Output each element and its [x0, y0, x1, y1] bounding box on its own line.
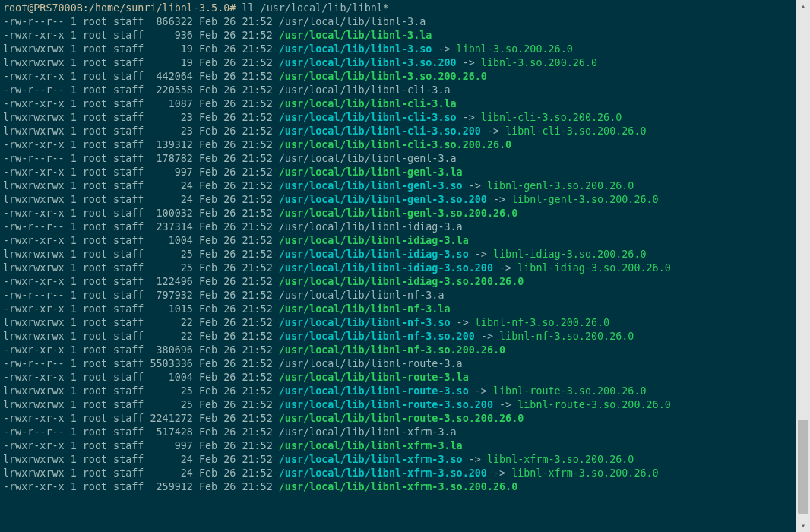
- symlink-target: libnl-cli-3.so.200.26.0: [505, 125, 646, 137]
- file-meta: lrwxrwxrwx 1 root staff 22 Feb 26 21:52: [3, 317, 279, 328]
- scroll-down-arrow-icon[interactable]: ▾: [796, 520, 810, 532]
- file-path: /usr/local/lib/libnl-genl-3.a: [279, 153, 457, 164]
- file-path: /usr/local/lib/libnl-3.so: [279, 43, 432, 55]
- ls-line: -rw-r--r-- 1 root staff 517428 Feb 26 21…: [3, 426, 793, 439]
- file-path: /usr/local/lib/libnl-xfrm-3.so.200.26.0: [279, 481, 517, 492]
- shell-prompt: root@PRS7000B:/home/sunri/libnl-3.5.0#: [3, 2, 236, 14]
- ls-line: -rw-r--r-- 1 root staff 220558 Feb 26 21…: [3, 84, 793, 97]
- ls-line: -rwxr-xr-x 1 root staff 442064 Feb 26 21…: [3, 70, 793, 84]
- file-meta: -rwxr-xr-x 1 root staff 259912 Feb 26 21…: [3, 481, 279, 492]
- ls-line: lrwxrwxrwx 1 root staff 23 Feb 26 21:52 …: [3, 111, 793, 125]
- ls-line: lrwxrwxrwx 1 root staff 25 Feb 26 21:52 …: [3, 248, 793, 261]
- ls-line: -rwxr-xr-x 1 root staff 1004 Feb 26 21:5…: [3, 371, 793, 385]
- symlink-arrow-icon: ->: [481, 125, 505, 137]
- file-meta: -rwxr-xr-x 1 root staff 1004 Feb 26 21:5…: [3, 372, 279, 383]
- file-meta: lrwxrwxrwx 1 root staff 23 Feb 26 21:52: [3, 125, 279, 137]
- file-path: /usr/local/lib/libnl-idiag-3.la: [279, 235, 469, 246]
- file-path: /usr/local/lib/libnl-xfrm-3.so.200: [279, 467, 487, 479]
- ls-line: lrwxrwxrwx 1 root staff 24 Feb 26 21:52 …: [3, 193, 793, 207]
- shell-command: ll /usr/local/lib/libnl*: [242, 2, 388, 14]
- file-path: /usr/local/lib/libnl-route-3.la: [279, 372, 469, 383]
- ls-line: -rwxr-xr-x 1 root staff 2241272 Feb 26 2…: [3, 412, 793, 426]
- scroll-up-arrow-icon[interactable]: ▴: [796, 0, 810, 12]
- file-meta: -rwxr-xr-x 1 root staff 100032 Feb 26 21…: [3, 207, 279, 219]
- file-path: /usr/local/lib/libnl-3.la: [279, 30, 432, 41]
- ls-line: lrwxrwxrwx 1 root staff 22 Feb 26 21:52 …: [3, 330, 793, 344]
- file-meta: -rwxr-xr-x 1 root staff 997 Feb 26 21:52: [3, 440, 279, 451]
- ls-line: -rwxr-xr-x 1 root staff 259912 Feb 26 21…: [3, 480, 793, 494]
- file-path: /usr/local/lib/libnl-genl-3.so: [279, 180, 463, 192]
- file-meta: -rw-r--r-- 1 root staff 237314 Feb 26 21…: [3, 221, 279, 233]
- file-meta: -rw-r--r-- 1 root staff 517428 Feb 26 21…: [3, 426, 279, 438]
- file-path: /usr/local/lib/libnl-3.a: [279, 16, 426, 27]
- symlink-arrow-icon: ->: [493, 262, 517, 274]
- file-path: /usr/local/lib/libnl-xfrm-3.la: [279, 440, 463, 451]
- ls-line: -rwxr-xr-x 1 root staff 1004 Feb 26 21:5…: [3, 234, 793, 248]
- file-meta: lrwxrwxrwx 1 root staff 24 Feb 26 21:52: [3, 467, 279, 479]
- scrollbar-track[interactable]: [796, 12, 810, 520]
- file-path: /usr/local/lib/libnl-route-3.so.200: [279, 399, 493, 410]
- ls-line: lrwxrwxrwx 1 root staff 24 Feb 26 21:52 …: [3, 467, 793, 480]
- file-meta: lrwxrwxrwx 1 root staff 24 Feb 26 21:52: [3, 194, 279, 205]
- file-path: /usr/local/lib/libnl-idiag-3.a: [279, 221, 463, 233]
- symlink-target: libnl-xfrm-3.so.200.26.0: [511, 467, 658, 479]
- ls-line: lrwxrwxrwx 1 root staff 22 Feb 26 21:52 …: [3, 316, 793, 330]
- scrollbar-thumb[interactable]: [798, 420, 808, 514]
- ls-line: lrwxrwxrwx 1 root staff 25 Feb 26 21:52 …: [3, 385, 793, 398]
- file-path: /usr/local/lib/libnl-cli-3.a: [279, 84, 451, 96]
- file-path: /usr/local/lib/libnl-route-3.so: [279, 385, 469, 397]
- file-meta: -rwxr-xr-x 1 root staff 936 Feb 26 21:52: [3, 30, 279, 41]
- terminal-output[interactable]: root@PRS7000B:/home/sunri/libnl-3.5.0# l…: [0, 0, 796, 532]
- ls-line: -rwxr-xr-x 1 root staff 997 Feb 26 21:52…: [3, 166, 793, 179]
- file-meta: lrwxrwxrwx 1 root staff 23 Feb 26 21:52: [3, 112, 279, 123]
- symlink-target: libnl-idiag-3.so.200.26.0: [517, 262, 671, 274]
- file-path: /usr/local/lib/libnl-idiag-3.so: [279, 249, 469, 260]
- file-meta: -rw-r--r-- 1 root staff 178782 Feb 26 21…: [3, 153, 279, 164]
- file-path: /usr/local/lib/libnl-route-3.a: [279, 358, 463, 369]
- symlink-arrow-icon: ->: [487, 467, 511, 479]
- symlink-target: libnl-route-3.so.200.26.0: [517, 399, 671, 410]
- vertical-scrollbar[interactable]: ▴ ▾: [796, 0, 810, 532]
- file-meta: lrwxrwxrwx 1 root staff 19 Feb 26 21:52: [3, 43, 279, 55]
- file-path: /usr/local/lib/libnl-genl-3.la: [279, 166, 463, 178]
- file-meta: -rwxr-xr-x 1 root staff 442064 Feb 26 21…: [3, 71, 279, 82]
- symlink-target: libnl-3.so.200.26.0: [457, 43, 573, 55]
- symlink-arrow-icon: ->: [475, 331, 499, 342]
- symlink-arrow-icon: ->: [469, 385, 493, 397]
- file-meta: -rwxr-xr-x 1 root staff 1004 Feb 26 21:5…: [3, 235, 279, 246]
- symlink-target: libnl-idiag-3.so.200.26.0: [493, 249, 647, 260]
- file-meta: -rwxr-xr-x 1 root staff 380696 Feb 26 21…: [3, 344, 279, 356]
- file-meta: lrwxrwxrwx 1 root staff 24 Feb 26 21:52: [3, 454, 279, 465]
- symlink-arrow-icon: ->: [451, 317, 475, 328]
- file-meta: lrwxrwxrwx 1 root staff 19 Feb 26 21:52: [3, 57, 279, 68]
- symlink-arrow-icon: ->: [487, 194, 511, 205]
- file-meta: -rw-r--r-- 1 root staff 797932 Feb 26 21…: [3, 290, 279, 301]
- symlink-target: libnl-genl-3.so.200.26.0: [511, 194, 658, 205]
- file-path: /usr/local/lib/libnl-nf-3.a: [279, 290, 445, 301]
- file-path: /usr/local/lib/libnl-3.so.200.26.0: [279, 71, 487, 82]
- file-meta: lrwxrwxrwx 1 root staff 25 Feb 26 21:52: [3, 262, 279, 274]
- symlink-arrow-icon: ->: [432, 43, 456, 55]
- file-meta: -rwxr-xr-x 1 root staff 997 Feb 26 21:52: [3, 166, 279, 178]
- ls-line: lrwxrwxrwx 1 root staff 25 Feb 26 21:52 …: [3, 261, 793, 275]
- file-meta: lrwxrwxrwx 1 root staff 25 Feb 26 21:52: [3, 399, 279, 410]
- file-path: /usr/local/lib/libnl-nf-3.so.200: [279, 331, 475, 342]
- symlink-arrow-icon: ->: [469, 249, 493, 260]
- ls-line: lrwxrwxrwx 1 root staff 19 Feb 26 21:52 …: [3, 56, 793, 70]
- file-path: /usr/local/lib/libnl-nf-3.so: [279, 317, 451, 328]
- file-path: /usr/local/lib/libnl-xfrm-3.a: [279, 426, 457, 438]
- file-meta: -rw-r--r-- 1 root staff 866322 Feb 26 21…: [3, 16, 279, 27]
- file-path: /usr/local/lib/libnl-route-3.so.200.26.0: [279, 413, 524, 424]
- file-path: /usr/local/lib/libnl-cli-3.so: [279, 112, 457, 123]
- file-meta: lrwxrwxrwx 1 root staff 22 Feb 26 21:52: [3, 331, 279, 342]
- symlink-arrow-icon: ->: [457, 112, 481, 123]
- file-path: /usr/local/lib/libnl-xfrm-3.so: [279, 454, 463, 465]
- file-meta: -rw-r--r-- 1 root staff 5503336 Feb 26 2…: [3, 358, 279, 369]
- symlink-target: libnl-cli-3.so.200.26.0: [481, 112, 622, 123]
- file-meta: -rw-r--r-- 1 root staff 220558 Feb 26 21…: [3, 84, 279, 96]
- symlink-arrow-icon: ->: [493, 399, 517, 410]
- ls-line: -rw-r--r-- 1 root staff 237314 Feb 26 21…: [3, 220, 793, 234]
- ls-line: lrwxrwxrwx 1 root staff 24 Feb 26 21:52 …: [3, 179, 793, 193]
- file-meta: -rwxr-xr-x 1 root staff 1087 Feb 26 21:5…: [3, 98, 279, 109]
- ls-line: -rw-r--r-- 1 root staff 178782 Feb 26 21…: [3, 152, 793, 166]
